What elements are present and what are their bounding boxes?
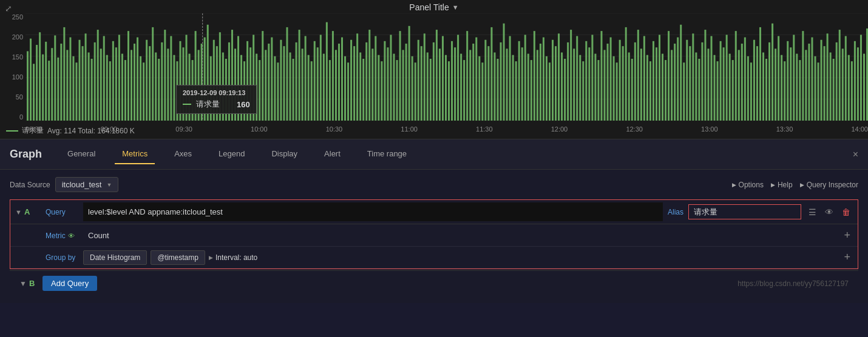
- chart-panel: ⤢ Panel Title ▼ 250 200 150 100 50 0: [0, 0, 868, 139]
- svg-rect-127: [393, 54, 395, 121]
- groupby-timestamp[interactable]: @timestamp: [151, 250, 205, 265]
- svg-rect-195: [600, 31, 602, 121]
- svg-rect-247: [759, 27, 761, 121]
- svg-rect-128: [396, 60, 398, 121]
- add-query-row: ▼ B Add Query https://blog.csdn.net/yy75…: [10, 270, 858, 296]
- query-toggle-visibility-button[interactable]: 👁: [822, 206, 836, 218]
- svg-rect-238: [732, 60, 734, 121]
- svg-rect-106: [329, 60, 331, 121]
- svg-rect-178: [549, 62, 551, 121]
- svg-rect-180: [555, 46, 557, 121]
- svg-rect-85: [265, 50, 266, 121]
- close-editor-button[interactable]: ×: [853, 149, 858, 160]
- svg-rect-198: [610, 38, 612, 121]
- svg-rect-91: [283, 46, 285, 121]
- query-settings-button[interactable]: ☰: [806, 206, 819, 218]
- svg-rect-53: [167, 48, 169, 121]
- svg-rect-257: [790, 47, 792, 121]
- svg-rect-87: [271, 38, 273, 121]
- svg-rect-167: [515, 61, 517, 121]
- svg-rect-148: [457, 35, 459, 121]
- query-input[interactable]: [83, 202, 663, 221]
- url-hint: https://blog.csdn.net/yy756127197: [737, 279, 849, 288]
- svg-rect-27: [88, 53, 90, 121]
- svg-rect-55: [173, 55, 175, 121]
- svg-rect-270: [830, 53, 832, 121]
- metric-eye-icon[interactable]: 👁: [68, 232, 75, 239]
- svg-rect-150: [463, 60, 465, 121]
- svg-rect-251: [771, 24, 773, 121]
- svg-rect-44: [140, 56, 141, 121]
- svg-rect-118: [365, 42, 367, 121]
- svg-rect-272: [836, 42, 838, 121]
- tab-metrics[interactable]: Metrics: [115, 144, 155, 164]
- svg-rect-235: [723, 47, 725, 121]
- tab-time-range[interactable]: Time range: [360, 144, 414, 164]
- svg-rect-214: [659, 35, 660, 121]
- svg-rect-206: [634, 42, 636, 121]
- svg-rect-42: [134, 44, 135, 121]
- svg-rect-263: [808, 44, 810, 121]
- groupby-interval[interactable]: Interval: auto: [209, 253, 257, 262]
- svg-rect-45: [143, 62, 144, 121]
- svg-rect-141: [436, 30, 438, 121]
- svg-rect-170: [524, 35, 526, 121]
- legend-line-color: [6, 130, 18, 132]
- svg-rect-153: [472, 44, 474, 121]
- add-groupby-button[interactable]: +: [836, 251, 858, 264]
- svg-rect-233: [717, 61, 719, 121]
- add-metric-button[interactable]: +: [836, 229, 858, 242]
- svg-rect-54: [170, 36, 172, 121]
- svg-rect-194: [597, 60, 599, 121]
- svg-rect-146: [451, 41, 453, 121]
- alias-input[interactable]: [688, 204, 801, 219]
- svg-rect-234: [720, 41, 722, 121]
- svg-rect-243: [747, 56, 749, 121]
- tab-alert[interactable]: Alert: [317, 144, 348, 164]
- svg-rect-201: [619, 40, 621, 121]
- svg-rect-30: [97, 30, 99, 121]
- svg-rect-98: [305, 36, 307, 121]
- svg-rect-237: [729, 54, 731, 121]
- svg-rect-8: [30, 39, 32, 121]
- svg-rect-158: [487, 46, 489, 121]
- svg-rect-265: [814, 56, 816, 121]
- svg-rect-125: [387, 47, 388, 121]
- svg-rect-173: [534, 31, 535, 121]
- tab-axes[interactable]: Axes: [167, 144, 199, 164]
- tab-legend[interactable]: Legend: [211, 144, 252, 164]
- svg-rect-273: [839, 30, 841, 121]
- svg-rect-175: [540, 44, 541, 121]
- svg-rect-83: [259, 60, 260, 121]
- svg-rect-49: [155, 53, 157, 121]
- svg-rect-39: [124, 60, 126, 121]
- svg-rect-129: [399, 31, 401, 121]
- svg-rect-182: [561, 53, 563, 121]
- svg-rect-24: [79, 40, 81, 121]
- svg-rect-96: [299, 30, 300, 121]
- svg-rect-156: [481, 62, 483, 121]
- tab-display[interactable]: Display: [264, 144, 305, 164]
- query-inspector-button[interactable]: Query Inspector: [800, 181, 858, 189]
- svg-rect-258: [793, 35, 795, 121]
- datasource-select[interactable]: itcloud_test: [55, 177, 119, 192]
- svg-rect-101: [314, 41, 316, 121]
- groupby-field[interactable]: Date Histogram: [83, 250, 147, 265]
- editor-tabs-bar: Graph General Metrics Axes Legend Displa…: [0, 139, 868, 170]
- svg-rect-135: [418, 40, 419, 121]
- options-button[interactable]: Options: [732, 181, 764, 189]
- add-query-button[interactable]: Add Query: [42, 276, 97, 291]
- groupby-row: Group by Date Histogram @timestamp Inter…: [10, 247, 858, 269]
- query-delete-button[interactable]: 🗑: [839, 206, 853, 218]
- svg-rect-121: [375, 36, 376, 121]
- tab-general[interactable]: General: [60, 144, 103, 164]
- svg-rect-47: [149, 46, 151, 121]
- svg-rect-221: [680, 25, 682, 121]
- panel-title[interactable]: Panel Title ▼: [409, 2, 458, 12]
- help-button[interactable]: Help: [771, 181, 793, 189]
- svg-rect-242: [744, 38, 746, 121]
- svg-rect-107: [332, 31, 334, 121]
- svg-rect-26: [85, 33, 87, 121]
- svg-rect-239: [735, 31, 737, 121]
- query-a-toggle[interactable]: ▼ A: [10, 207, 41, 216]
